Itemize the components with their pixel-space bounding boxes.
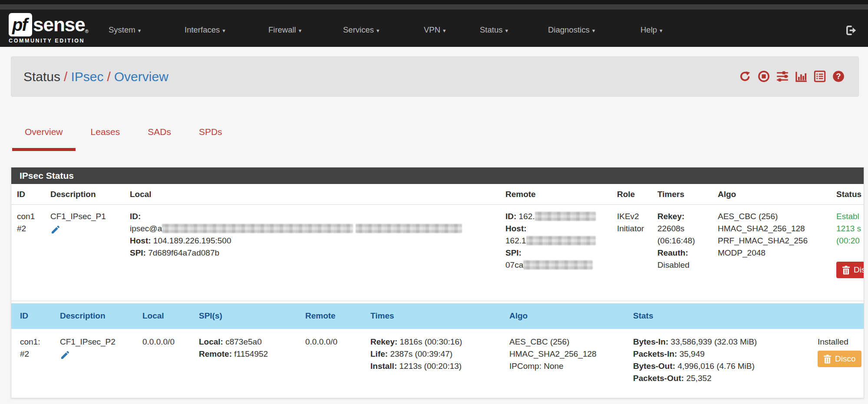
tab-spds[interactable]: SPDs: [185, 121, 236, 151]
cell-status: Installed Disco: [809, 329, 864, 384]
redacted-local-id: [162, 224, 353, 233]
col-header-stats: Stats: [624, 303, 809, 329]
disconnect-p1-button[interactable]: Dis: [836, 262, 864, 278]
chevron-down-icon: ▾: [660, 27, 663, 34]
redacted-remote-host: [526, 236, 596, 245]
col-header-spis: SPI(s): [190, 303, 297, 329]
tab-overview[interactable]: Overview: [11, 121, 77, 151]
navbar: pf sense ® COMMUNITY EDITION System▾ Int…: [0, 10, 868, 47]
cell-local: ID: ipsec@a Host: 104.189.226.195:500 SP…: [130, 210, 505, 294]
table-row-p2: con1: #2 CF1_IPsec_P2 0.0.0.0/0 Local: c…: [11, 329, 864, 384]
nav-item-system[interactable]: System▾: [109, 25, 141, 35]
nav-item-status[interactable]: Status▾: [480, 25, 508, 35]
col-header-local: Local: [134, 303, 190, 329]
chevron-down-icon: ▾: [299, 27, 302, 34]
col-header-id: ID: [17, 184, 50, 204]
cell-description: CF1_IPsec_P2: [51, 329, 134, 384]
logo-sense: sense: [33, 14, 85, 36]
chevron-down-icon: ▾: [443, 27, 446, 34]
nav-item-interfaces[interactable]: Interfaces▾: [185, 25, 225, 35]
cell-spis: Local: c873e5a0 Remote: f1154952: [190, 329, 297, 384]
cell-status: Establ 1213 s (00:20 Dis: [836, 210, 864, 294]
col-header-algo: Algo: [501, 303, 624, 329]
col-header-id: ID: [11, 303, 51, 329]
ipsec-child-table: ID Description Local SPI(s) Remote Times…: [11, 303, 864, 384]
refresh-icon[interactable]: [739, 70, 751, 82]
logo-edition: COMMUNITY EDITION: [9, 38, 109, 44]
col-header-description: Description: [50, 184, 130, 204]
cell-algo: AES_CBC (256) HMAC_SHA2_256_128 PRF_HMAC…: [718, 210, 836, 294]
nav-item-services[interactable]: Services▾: [343, 25, 379, 35]
col-header-role: Role: [617, 184, 657, 204]
cell-times: Rekey: 1816s (00:30:16) Life: 2387s (00:…: [362, 329, 501, 384]
redacted-remote-id: [535, 212, 596, 221]
col-header-description: Description: [51, 303, 134, 329]
top-strip: [0, 0, 868, 4]
chevron-down-icon: ▾: [376, 27, 380, 34]
stop-icon[interactable]: [758, 70, 770, 82]
child-table-header-row: ID Description Local SPI(s) Remote Times…: [11, 303, 864, 329]
breadcrumb-separator: /: [103, 69, 114, 84]
chevron-down-icon: ▾: [505, 27, 508, 34]
cell-algo: AES_CBC (256) HMAC_SHA2_256_128 IPComp: …: [501, 329, 624, 384]
top-strip-light: [0, 4, 868, 10]
cell-id: con1: #2: [11, 329, 51, 384]
logo-pf: pf: [12, 15, 29, 35]
ipsec-parent-table: ID Description Local Remote Role Timers …: [11, 184, 864, 384]
pfsense-logo[interactable]: pf sense ® COMMUNITY EDITION: [9, 13, 109, 47]
trash-icon: [842, 266, 850, 275]
ipsec-status-panel: IPsec Status ID Description Local Remote…: [11, 167, 864, 398]
nav-item-firewall[interactable]: Firewall▾: [268, 25, 301, 35]
cell-id: con1 #2: [17, 210, 50, 294]
bar-chart-icon[interactable]: [795, 70, 807, 82]
redacted-local-id-2: [356, 224, 462, 233]
nav-item-vpn[interactable]: VPN▾: [424, 25, 446, 35]
table-row-p1: con1 #2 CF1_IPsec_P1 ID: ipsec@a Host: 1…: [11, 205, 864, 301]
cell-remote: ID: 162. Host: 162.1 SPI: 07ca: [505, 210, 617, 294]
edit-pencil-icon[interactable]: [50, 224, 61, 235]
page-header-bar: Status/IPsec/Overview: [11, 56, 859, 97]
col-header-timers: Timers: [657, 184, 718, 204]
logo-registered-mark: ®: [85, 29, 89, 34]
nav-item-help[interactable]: Help▾: [640, 25, 663, 35]
col-header-status: Status: [836, 184, 864, 204]
col-header-remote: Remote: [505, 184, 617, 204]
tab-sads[interactable]: SADs: [134, 121, 185, 151]
list-icon[interactable]: [814, 70, 826, 82]
edit-pencil-icon[interactable]: [60, 350, 70, 360]
breadcrumb: Status/IPsec/Overview: [23, 69, 168, 84]
tab-bar: Overview Leases SADs SPDs: [11, 121, 236, 151]
svg-text:?: ?: [836, 72, 841, 81]
cell-local: 0.0.0.0/0: [134, 329, 190, 384]
breadcrumb-link-overview[interactable]: Overview: [114, 69, 168, 84]
sliders-icon[interactable]: [776, 70, 789, 82]
parent-table-header-row: ID Description Local Remote Role Timers …: [11, 184, 864, 205]
cell-role: IKEv2 Initiator: [617, 210, 657, 294]
col-header-remote: Remote: [297, 303, 362, 329]
trash-icon: [823, 355, 832, 364]
chevron-down-icon: ▾: [222, 27, 225, 34]
panel-title: IPsec Status: [11, 168, 864, 184]
col-header-algo: Algo: [718, 184, 836, 204]
sign-out-icon[interactable]: [845, 24, 857, 36]
cell-stats: Bytes-In: 33,586,939 (32.03 MiB) Packets…: [624, 329, 809, 384]
logo-pf-box: pf: [9, 13, 32, 36]
cell-remote: 0.0.0.0/0: [297, 329, 362, 384]
disconnect-p2-button[interactable]: Disco: [818, 351, 861, 367]
nav-item-diagnostics[interactable]: Diagnostics▾: [548, 25, 595, 35]
redacted-remote-spi: [523, 260, 593, 269]
col-header-times: Times: [362, 303, 501, 329]
chevron-down-icon: ▾: [138, 27, 141, 34]
breadcrumb-link-ipsec[interactable]: IPsec: [71, 69, 103, 84]
tab-leases[interactable]: Leases: [77, 121, 134, 151]
help-icon[interactable]: ?: [832, 70, 845, 82]
col-header-blank: [809, 303, 864, 329]
col-header-local: Local: [130, 184, 505, 204]
breadcrumb-separator: /: [60, 69, 71, 84]
chevron-down-icon: ▾: [592, 27, 595, 34]
breadcrumb-root: Status: [23, 69, 60, 84]
cell-description: CF1_IPsec_P1: [50, 210, 130, 294]
cell-timers: Rekey: 22608s (06:16:48) Reauth: Disable…: [657, 210, 718, 294]
